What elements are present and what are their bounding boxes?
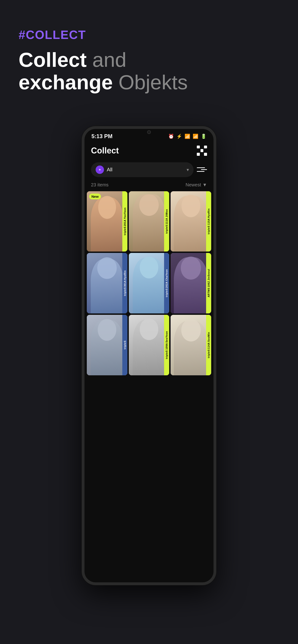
card-item[interactable]: SooMin 114A tripleS: [171, 315, 211, 375]
phone-container: 5:13 PM ⏰ ⚡ 📶 📶 🔋 Collect: [0, 122, 298, 599]
card-number-label: 106Z: [207, 281, 210, 287]
card-name-label: JiWoo: [165, 209, 168, 217]
items-count-label: 23 items: [91, 182, 109, 188]
card-number-label: 111A: [165, 218, 168, 224]
card-side-label: HyeRin 301A tripleS: [122, 253, 127, 314]
card-number-label: 109A: [165, 343, 168, 350]
card-item[interactable]: HyeRin 115A tripleS: [171, 191, 211, 252]
card-number-label: 202A: [165, 282, 168, 288]
card-side-label: SooMin 114A tripleS: [206, 315, 211, 375]
card-number-label: 114A: [207, 342, 210, 349]
card-side-label: SeoYeon 109A tripleS: [164, 315, 169, 375]
card-item[interactable]: tripleS: [87, 315, 127, 375]
hero-title-light2: Objekts: [118, 71, 187, 94]
status-icons: ⏰ ⚡ 📶 📶 🔋: [168, 134, 207, 139]
hero-title: Collect and exchange Objekts: [19, 49, 279, 94]
card-name-label: SeoYeon: [165, 331, 168, 343]
qr-cell: [204, 153, 207, 156]
card-group-label: tripleS: [165, 350, 168, 359]
card-group-label: tripleS: [123, 287, 126, 296]
card-item[interactable]: JinSeoul 106Z ARTMS: [171, 253, 211, 314]
qr-cell: [200, 149, 203, 152]
cards-grid: New YooYeon 201A tripleS JiWoo 111A trip…: [85, 191, 213, 375]
qr-cell: [204, 149, 207, 152]
qr-cell: [200, 153, 203, 156]
card-item[interactable]: SeoYeon 109A tripleS: [129, 315, 169, 375]
card-side-label: tripleS: [122, 315, 127, 375]
card-group-label: tripleS: [123, 226, 126, 235]
card-name-label: tripleS: [123, 340, 126, 349]
card-number-label: 301A: [123, 280, 126, 287]
filter-select-dropdown[interactable]: All ▾: [91, 162, 194, 177]
qr-cell: [197, 153, 200, 156]
filter-all-label: All: [107, 167, 184, 173]
qr-cell: [197, 149, 200, 152]
hero-title-light1: and: [92, 48, 127, 71]
sort-button[interactable]: Newest ▼: [186, 182, 207, 188]
hashtag-label: #COLLECT: [19, 28, 279, 42]
card-side-label: JinSeoul 106Z ARTMS: [206, 253, 211, 314]
qr-cell: [197, 146, 200, 148]
card-number-label: 201A: [123, 220, 126, 226]
card-name-label: HyeRin: [123, 270, 126, 280]
battery-icon: 🔋: [201, 134, 207, 139]
app-title: Collect: [91, 146, 119, 156]
slider-line-3: [197, 171, 204, 172]
card-number-label: 115A: [207, 218, 210, 225]
hero-section: #COLLECT Collect and exchange Objekts: [0, 0, 298, 122]
card-name-label: HyeRin: [207, 208, 210, 218]
qr-icon-button[interactable]: [197, 146, 207, 156]
filter-logo: [96, 166, 104, 174]
card-side-label: HyeRin 115A tripleS: [206, 191, 211, 252]
card-group-label: tripleS: [207, 349, 210, 358]
wifi-icon: 📶: [184, 134, 190, 139]
card-side-label: ChaYeon 202A tripleS: [164, 253, 169, 314]
card-name-label: SooMin: [207, 332, 210, 342]
card-side-label: JiWoo 111A tripleS: [164, 191, 169, 252]
card-item[interactable]: HyeRin 301A tripleS: [87, 253, 127, 314]
card-group-label: ARTMS: [207, 288, 210, 298]
card-item[interactable]: JiWoo 111A tripleS: [129, 191, 169, 252]
hero-title-bold2: exchange: [19, 71, 113, 94]
hero-title-bold1: Collect: [19, 48, 87, 71]
card-group-label: tripleS: [165, 225, 168, 234]
chevron-down-icon: ▾: [187, 167, 189, 172]
new-badge: New: [89, 194, 101, 199]
slider-line-2: [201, 169, 207, 170]
signal-icon: 📶: [193, 134, 198, 139]
card-side-label: YooYeon 201A tripleS: [122, 191, 127, 252]
slider-line-1: [197, 168, 205, 168]
alarm-icon: ⏰: [168, 134, 174, 139]
sort-chevron-icon: ▼: [202, 182, 207, 188]
filter-row: All ▾: [85, 160, 213, 180]
phone-camera: [147, 130, 151, 134]
card-name-label: YooYeon: [123, 208, 126, 219]
sort-label: Newest: [186, 182, 201, 188]
qr-cell: [200, 146, 203, 148]
card-group-label: tripleS: [207, 226, 210, 234]
count-row: 23 items Newest ▼: [85, 180, 213, 191]
app-header: Collect: [85, 142, 213, 160]
card-name-label: JinSeoul: [207, 269, 210, 280]
card-item[interactable]: New YooYeon 201A tripleS: [87, 191, 127, 252]
qr-cell: [204, 146, 207, 148]
status-time: 5:13 PM: [91, 133, 113, 140]
bluetooth-icon: ⚡: [176, 134, 182, 139]
card-name-label: ChaYeon: [165, 269, 168, 281]
filter-sliders-button[interactable]: [197, 164, 207, 175]
card-group-label: tripleS: [165, 288, 168, 297]
card-item[interactable]: ChaYeon 202A tripleS: [129, 253, 169, 314]
phone-mockup: 5:13 PM ⏰ ⚡ 📶 📶 🔋 Collect: [82, 126, 216, 585]
